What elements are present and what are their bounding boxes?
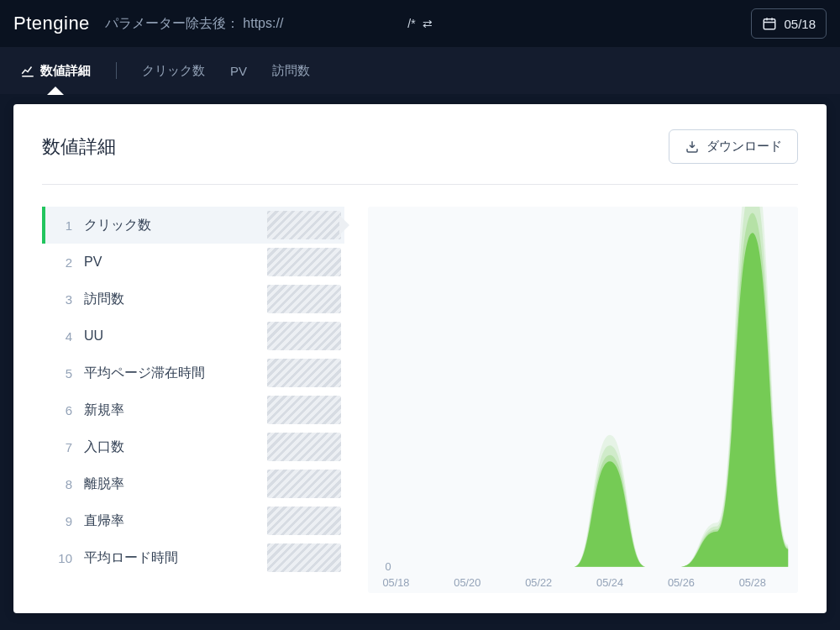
tab-separator <box>116 62 117 79</box>
metric-label: クリック数 <box>84 217 267 234</box>
metric-index: 10 <box>49 551 72 565</box>
metric-list: 1クリック数2PV3訪問数4UU5平均ページ滞在時間6新規率7入口数8離脱率9直… <box>42 207 344 593</box>
svg-rect-0 <box>764 19 776 29</box>
metric-row-10[interactable]: 10平均ロード時間 <box>42 539 344 576</box>
chart-series-area <box>396 233 788 566</box>
date-range-picker[interactable]: 05/18 <box>751 8 827 39</box>
logo: Ptengine <box>13 13 90 34</box>
metric-label: 訪問数 <box>84 291 267 308</box>
metric-sparkline <box>267 507 341 535</box>
metric-row-8[interactable]: 8離脱率 <box>42 465 344 502</box>
chart-x-tick: 05/26 <box>668 575 695 588</box>
metric-label: 入口数 <box>84 438 267 456</box>
metric-sparkline <box>267 433 341 461</box>
metric-index: 5 <box>49 366 72 381</box>
metric-sparkline <box>267 396 341 424</box>
metric-row-4[interactable]: 4UU <box>42 318 344 354</box>
metric-sparkline <box>267 248 341 276</box>
panel-header: 数値詳細 ダウンロード <box>42 129 798 185</box>
url-path: /* ⇄ <box>407 17 432 30</box>
calendar-icon <box>762 16 777 31</box>
metric-row-1[interactable]: 1クリック数 <box>42 207 344 244</box>
param-removed-label: パラメーター除去後： https:// <box>105 15 283 33</box>
date-range-text: 05/18 <box>784 17 816 31</box>
metric-index: 7 <box>49 440 72 454</box>
metric-label: 平均ロード時間 <box>84 549 267 567</box>
metric-index: 6 <box>49 403 72 417</box>
panel-title: 数値詳細 <box>42 134 116 160</box>
metric-label: UU <box>84 328 267 344</box>
tab-pv[interactable]: PV <box>230 47 247 94</box>
metric-label: PV <box>84 255 267 270</box>
metric-row-7[interactable]: 7入口数 <box>42 428 344 465</box>
metric-row-5[interactable]: 5平均ページ滞在時間 <box>42 354 344 391</box>
chart-icon <box>20 63 35 78</box>
url-path-text: /* <box>407 17 415 30</box>
chart-x-tick: 05/20 <box>454 575 480 588</box>
metric-row-6[interactable]: 6新規率 <box>42 391 344 428</box>
panel-body: 1クリック数2PV3訪問数4UU5平均ページ滞在時間6新規率7入口数8離脱率9直… <box>42 185 798 593</box>
metric-index: 1 <box>49 218 72 233</box>
tab-visits[interactable]: 訪問数 <box>272 47 310 94</box>
chart-x-tick: 05/28 <box>739 575 766 588</box>
metric-sparkline <box>267 470 341 498</box>
metric-label: 離脱率 <box>84 475 267 493</box>
tabbar: 数値詳細 クリック数 PV 訪問数 <box>0 47 840 94</box>
swap-icon[interactable]: ⇄ <box>423 17 433 30</box>
tab-detail[interactable]: 数値詳細 <box>20 47 91 94</box>
download-icon <box>685 139 700 155</box>
metric-sparkline <box>267 211 341 239</box>
chart-area: 005/1805/2005/2205/2405/2605/28 <box>368 207 798 593</box>
chart-svg: 005/1805/2005/2205/2405/2605/28 <box>368 207 798 593</box>
download-button[interactable]: ダウンロード <box>669 129 798 164</box>
metric-sparkline <box>267 359 341 387</box>
metric-index: 2 <box>49 255 72 270</box>
metric-index: 4 <box>49 329 72 344</box>
chart-x-tick: 05/18 <box>382 575 409 588</box>
metric-sparkline <box>267 322 341 350</box>
metric-label: 平均ページ滞在時間 <box>84 365 267 382</box>
metric-sparkline <box>267 285 341 313</box>
metric-label: 新規率 <box>84 402 267 419</box>
metric-row-9[interactable]: 9直帰率 <box>42 502 344 539</box>
metric-index: 9 <box>49 514 72 528</box>
tab-detail-label: 数値詳細 <box>40 63 91 79</box>
chart-x-tick: 05/22 <box>525 575 552 588</box>
download-button-label: ダウンロード <box>706 139 782 155</box>
top-header: Ptengine パラメーター除去後： https:// /* ⇄ 05/18 <box>0 0 840 47</box>
chart-y-tick: 0 <box>385 559 391 572</box>
metric-sparkline <box>267 543 341 572</box>
metric-label: 直帰率 <box>84 512 267 530</box>
tab-clicks[interactable]: クリック数 <box>142 47 205 94</box>
detail-panel: 数値詳細 ダウンロード 1クリック数2PV3訪問数4UU5平均ページ滞在時間6新… <box>13 104 827 613</box>
metric-row-3[interactable]: 3訪問数 <box>42 281 344 318</box>
metric-index: 3 <box>49 292 72 307</box>
chart-x-tick: 05/24 <box>596 575 623 588</box>
metric-index: 8 <box>49 477 72 491</box>
metric-row-2[interactable]: 2PV <box>42 244 344 281</box>
